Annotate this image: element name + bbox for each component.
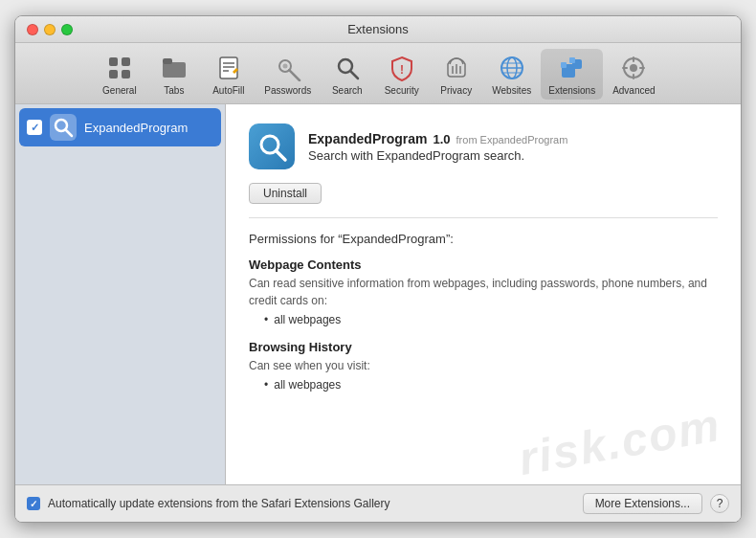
sidebar-ext-icon — [50, 114, 77, 141]
divider — [249, 217, 718, 218]
svg-rect-1 — [122, 57, 130, 66]
general-icon — [104, 53, 135, 83]
autofill-icon — [213, 53, 244, 83]
svg-rect-5 — [163, 58, 172, 64]
perm-browsing-desc: Can see when you visit: — [249, 357, 718, 374]
main-window: Extensions General Tabs — [14, 15, 742, 523]
perm-browsing-title: Browsing History — [249, 340, 718, 354]
advanced-icon — [618, 53, 649, 83]
toolbar-item-security[interactable]: ! Security — [375, 49, 428, 100]
title-bar: Extensions — [15, 16, 741, 43]
security-icon: ! — [387, 53, 417, 83]
ext-large-icon — [249, 123, 295, 169]
websites-label: Websites — [492, 85, 531, 96]
toolbar-item-advanced[interactable]: Advanced — [605, 49, 662, 100]
sidebar-ext-name: ExpandedProgram — [84, 121, 188, 135]
general-label: General — [102, 85, 137, 96]
perm-browsing-item: all webpages — [264, 378, 718, 392]
search-label: Search — [332, 85, 363, 96]
sidebar-checkbox[interactable]: ✓ — [27, 120, 42, 135]
advanced-label: Advanced — [612, 85, 655, 96]
perm-webpage-item: all webpages — [264, 313, 718, 326]
toolbar-item-search[interactable]: Search — [321, 49, 373, 100]
traffic-lights — [27, 24, 73, 35]
autofill-label: AutoFill — [212, 85, 244, 96]
svg-line-11 — [289, 70, 300, 80]
svg-line-34 — [277, 151, 286, 161]
checkbox-check-icon: ✓ — [30, 499, 37, 509]
ext-name-row: ExpandedProgram 1.0 from ExpandedProgram — [308, 131, 567, 146]
perm-webpage-desc: Can read sensitive information from webp… — [249, 275, 718, 309]
privacy-icon — [441, 53, 472, 83]
extensions-icon — [557, 53, 588, 83]
toolbar-item-autofill[interactable]: AutoFill — [202, 49, 255, 100]
toolbar-item-privacy[interactable]: Privacy — [430, 49, 482, 100]
auto-update-label: Automatically update extensions from the… — [48, 497, 575, 510]
uninstall-button[interactable]: Uninstall — [249, 183, 322, 204]
privacy-label: Privacy — [440, 85, 472, 96]
passwords-icon — [273, 53, 303, 83]
maximize-button[interactable] — [61, 24, 73, 35]
tabs-icon — [159, 53, 189, 83]
perm-webpage-list: all webpages — [249, 313, 718, 326]
perm-section-webpage: Webpage Contents Can read sensitive info… — [249, 258, 718, 326]
svg-text:!: ! — [400, 63, 404, 77]
extensions-label: Extensions — [548, 85, 595, 96]
close-button[interactable] — [27, 24, 38, 35]
ext-author: from ExpandedProgram — [456, 134, 568, 146]
svg-rect-0 — [109, 57, 118, 66]
permissions-label: Permissions for “ExpandedProgram”: — [249, 232, 718, 246]
checkmark-icon: ✓ — [31, 122, 39, 134]
websites-icon — [497, 53, 527, 83]
toolbar-item-extensions[interactable]: Extensions — [541, 49, 603, 100]
svg-rect-24 — [561, 62, 567, 68]
tabs-label: Tabs — [164, 85, 184, 96]
toolbar-item-general[interactable]: General — [93, 49, 145, 100]
svg-rect-6 — [220, 57, 237, 78]
perm-browsing-list: all webpages — [249, 378, 718, 392]
svg-point-26 — [630, 64, 637, 72]
ext-name: ExpandedProgram — [308, 131, 427, 146]
sidebar: ✓ ExpandedProgram — [15, 104, 226, 484]
more-extensions-button[interactable]: More Extensions... — [583, 493, 702, 514]
bottom-bar: ✓ Automatically update extensions from t… — [15, 484, 741, 522]
minimize-button[interactable] — [44, 24, 56, 35]
ext-description: Search with ExpandedProgram search. — [308, 148, 567, 163]
toolbar-item-passwords[interactable]: Passwords — [256, 49, 319, 100]
perm-webpage-title: Webpage Contents — [249, 258, 718, 272]
auto-update-checkbox[interactable]: ✓ — [27, 497, 40, 510]
help-button[interactable]: ? — [710, 494, 729, 513]
detail-panel: risk.com ExpandedProgram 1.0 from Expand… — [226, 104, 741, 484]
svg-line-14 — [350, 72, 358, 79]
toolbar-item-websites[interactable]: Websites — [484, 49, 539, 100]
security-label: Security — [385, 85, 419, 96]
svg-rect-4 — [163, 62, 186, 78]
search-icon — [332, 53, 363, 83]
svg-rect-2 — [109, 70, 118, 78]
window-title: Extensions — [347, 22, 409, 36]
ext-version: 1.0 — [433, 132, 450, 146]
ext-info: ExpandedProgram 1.0 from ExpandedProgram… — [308, 131, 567, 163]
svg-line-32 — [66, 130, 73, 137]
extension-header: ExpandedProgram 1.0 from ExpandedProgram… — [249, 123, 718, 169]
svg-rect-23 — [569, 57, 575, 63]
toolbar: General Tabs AutoFill — [15, 43, 741, 104]
passwords-label: Passwords — [264, 85, 311, 96]
perm-section-browsing: Browsing History Can see when you visit:… — [249, 340, 718, 392]
svg-rect-3 — [122, 70, 130, 78]
svg-point-12 — [282, 64, 287, 69]
toolbar-item-tabs[interactable]: Tabs — [147, 49, 200, 100]
sidebar-item-expandedprogram[interactable]: ✓ ExpandedProgram — [19, 108, 221, 146]
main-content: ✓ ExpandedProgram risk.com — [15, 104, 741, 484]
watermark: risk.com — [515, 402, 724, 482]
